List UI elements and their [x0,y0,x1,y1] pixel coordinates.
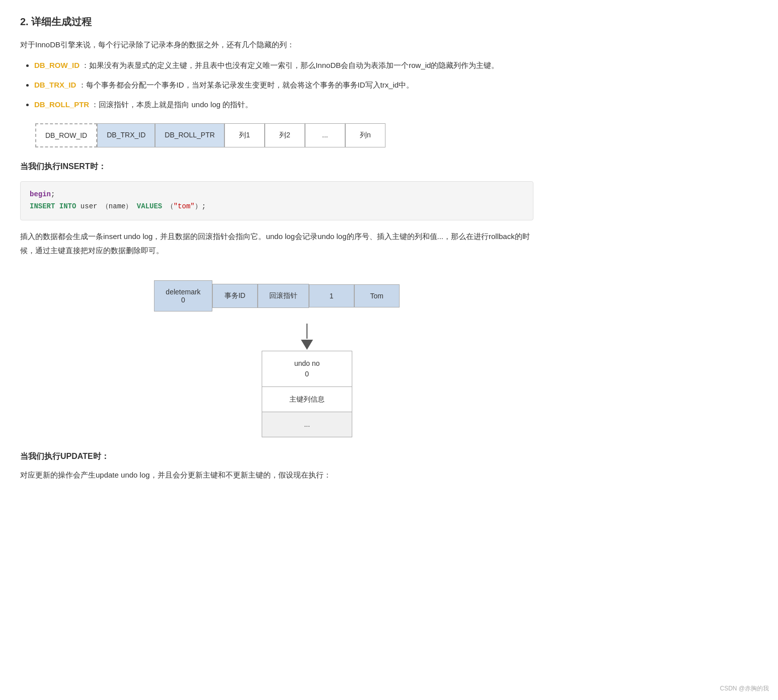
bullet-list: DB_ROW_ID ：如果没有为表显式的定义主键，并且表中也没有定义唯一索引，那… [20,58,533,111]
undo-log-row-0: undo no 0 [262,351,352,387]
bullet-trx-id-text: ：每个事务都会分配一个事务ID，当对某条记录发生变更时，就会将这个事务的事务ID… [79,81,414,89]
arrow-down-head [301,340,313,350]
bullet-row-id-text: ：如果没有为表显式的定义主键，并且表中也没有定义唯一索引，那么InnoDB会自动… [82,61,499,69]
data-cell-tom: Tom [354,284,400,307]
data-cell-trxid: 事务ID [212,284,258,308]
undo-log-row-pk: 主键列信息 [262,387,352,412]
undo-log-box: undo no 0 主键列信息 ... [262,351,352,437]
db-col-trx-id: DB_TRX_ID [97,123,155,147]
code-block: begin; INSERT INTO user （name） VALUES （"… [20,181,533,220]
db-col-row-id: DB_ROW_ID [35,123,97,147]
data-cell-pk: 1 [309,284,354,307]
bullet-roll-ptr-label: DB_ROLL_PTR [34,100,89,109]
db-col-col1: 列1 [224,123,265,147]
update-para: 对应更新的操作会产生update undo log，并且会分更新主键和不更新主键… [20,468,533,483]
code-line-2: INSERT INTO user （name） VALUES （"tom"）; [30,201,524,213]
code-table-name: user [81,202,98,210]
code-close-paren: ）; [195,202,206,210]
bullet-row-id-label: DB_ROW_ID [34,61,80,69]
undo-log-row-ellipsis: ... [262,412,352,437]
arrow-shaft [306,324,307,339]
bullet-row-id: DB_ROW_ID ：如果没有为表显式的定义主键，并且表中也没有定义唯一索引，那… [34,58,533,72]
code-values-kw: VALUES [137,202,162,210]
db-col-roll-ptr: DB_ROLL_PTR [155,123,224,147]
bullet-trx-id: DB_TRX_ID ：每个事务都会分配一个事务ID，当对某条记录发生变更时，就会… [34,78,533,92]
db-table-diagram: DB_ROW_ID DB_TRX_ID DB_ROLL_PTR 列1 列2 ..… [35,123,385,147]
insert-para: 插入的数据都会生成一条insert undo log，并且数据的回滚指针会指向它… [20,229,533,258]
section-title: 2. 详细生成过程 [20,15,533,29]
code-line-1: begin; [30,189,524,201]
data-row-diagram: deletemark 0 事务ID 回滚指针 1 Tom [154,280,399,312]
insert-title: 当我们执行INSERT时： [20,162,533,172]
code-string-val: "tom" [174,202,195,210]
data-cell-rollptr: 回滚指针 [258,284,309,308]
bullet-roll-ptr-text: ：回滚指针，本质上就是指向 undo log 的指针。 [91,100,253,109]
db-col-col2: 列2 [265,123,305,147]
data-cell-deletemark: deletemark 0 [154,280,212,312]
db-col-coln: 列n [345,123,385,147]
code-paren-col: （name） [102,202,133,210]
full-diagram: deletemark 0 事务ID 回滚指针 1 Tom undo no 0 主… [20,268,533,437]
db-col-ellipsis: ... [305,123,345,147]
intro-text: 对于InnoDB引擎来说，每个行记录除了记录本身的数据之外，还有几个隐藏的列： [20,38,533,51]
code-insert-stmt: INSERT INTO [30,202,76,210]
code-begin-keyword: begin [30,190,51,198]
bullet-trx-id-label: DB_TRX_ID [34,81,76,89]
arrow-area [301,324,313,351]
code-semicolon-1: ; [51,190,55,198]
bullet-roll-ptr: DB_ROLL_PTR ：回滚指针，本质上就是指向 undo log 的指针。 [34,98,533,111]
code-values-val: （ [167,202,174,210]
update-title: 当我们执行UPDATE时： [20,451,533,462]
